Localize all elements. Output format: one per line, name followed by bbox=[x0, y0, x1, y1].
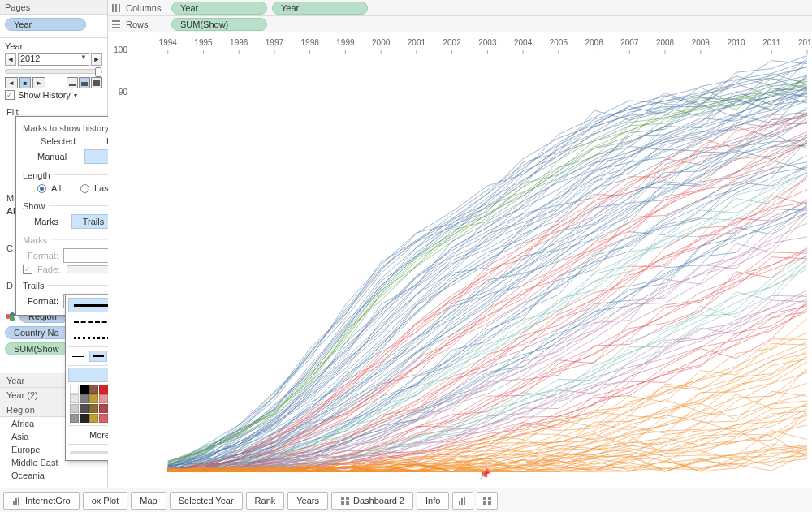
tab-label: Rank bbox=[255, 496, 276, 506]
svg-rect-64 bbox=[483, 501, 486, 505]
pill-year-1[interactable]: Year bbox=[171, 2, 267, 15]
popup-title: Marks to show history for bbox=[23, 123, 122, 133]
color-swatch[interactable] bbox=[99, 404, 108, 413]
fade-label: Fade: bbox=[37, 265, 62, 274]
color-swatch[interactable] bbox=[80, 394, 89, 403]
svg-text:2004: 2004 bbox=[514, 38, 533, 47]
region-item[interactable]: Oceania bbox=[0, 469, 107, 482]
svg-rect-60 bbox=[461, 498, 463, 505]
speed-1[interactable] bbox=[67, 77, 78, 88]
color-swatch[interactable] bbox=[70, 385, 79, 394]
chart-viewport[interactable]: 1994199519961997199819992000200120022003… bbox=[108, 34, 812, 488]
rows-icon bbox=[111, 19, 121, 29]
sumshow-pill[interactable]: SUM(Show bbox=[5, 342, 70, 355]
year-select[interactable]: 2012 ▼ bbox=[18, 53, 89, 66]
svg-rect-61 bbox=[464, 497, 465, 505]
year-slider-thumb[interactable] bbox=[95, 67, 102, 77]
tab-info[interactable]: Info bbox=[417, 492, 449, 510]
tab-label: Years bbox=[296, 496, 319, 506]
svg-point-11 bbox=[10, 316, 15, 321]
color-swatch[interactable] bbox=[70, 394, 79, 403]
color-swatch[interactable] bbox=[89, 394, 98, 403]
tab-rank[interactable]: Rank bbox=[246, 492, 285, 510]
weight-2[interactable] bbox=[89, 351, 107, 362]
length-all-radio[interactable] bbox=[37, 184, 46, 193]
speed-2[interactable] bbox=[79, 77, 90, 88]
svg-text:2012: 2012 bbox=[798, 38, 812, 47]
svg-rect-65 bbox=[488, 501, 491, 505]
svg-text:2006: 2006 bbox=[585, 38, 603, 47]
svg-rect-57 bbox=[341, 501, 344, 505]
svg-rect-54 bbox=[18, 497, 19, 505]
worksheet-icon bbox=[458, 496, 468, 506]
color-swatch[interactable] bbox=[99, 385, 108, 394]
new-dashboard-button[interactable] bbox=[477, 492, 498, 510]
columns-label: Columns bbox=[126, 3, 166, 13]
tab-label: InternetGro bbox=[25, 496, 71, 506]
marks-section-label: Marks bbox=[23, 235, 47, 245]
color-swatch[interactable] bbox=[70, 404, 79, 413]
svg-text:2008: 2008 bbox=[656, 38, 675, 47]
dashboard-icon bbox=[482, 496, 492, 506]
color-swatch[interactable] bbox=[80, 385, 89, 394]
pill-year-2[interactable]: Year bbox=[272, 2, 368, 15]
weight-1[interactable] bbox=[69, 351, 87, 362]
play-pause-button[interactable]: ■ bbox=[19, 77, 31, 88]
pill-sum-show[interactable]: SUM(Show) bbox=[171, 18, 267, 31]
svg-rect-0 bbox=[112, 4, 114, 12]
country-pill[interactable]: Country Na bbox=[5, 326, 70, 339]
show-label: Show bbox=[23, 201, 45, 211]
svg-text:2010: 2010 bbox=[727, 38, 745, 47]
color-swatch[interactable] bbox=[99, 414, 108, 423]
svg-text:2011: 2011 bbox=[762, 38, 781, 47]
svg-rect-56 bbox=[346, 497, 349, 500]
tab-map[interactable]: Map bbox=[131, 492, 166, 510]
play-fwd-button[interactable]: ► bbox=[32, 77, 45, 88]
color-swatch[interactable] bbox=[80, 404, 89, 413]
tab-internetgro[interactable]: InternetGro bbox=[3, 492, 80, 510]
opt-selected[interactable]: Selected bbox=[30, 136, 87, 146]
new-worksheet-button[interactable] bbox=[452, 492, 473, 510]
svg-text:1998: 1998 bbox=[301, 38, 320, 47]
show-history-checkbox[interactable]: ✓ bbox=[5, 90, 15, 100]
color-swatch[interactable] bbox=[80, 414, 89, 423]
opt-manual[interactable]: Manual bbox=[37, 152, 78, 161]
tab-years[interactable]: Years bbox=[287, 492, 328, 510]
show-history-label: Show History bbox=[18, 90, 71, 100]
tab-dashboard2[interactable]: Dashboard 2 bbox=[331, 492, 413, 510]
fade-checkbox: ✓ bbox=[23, 265, 32, 274]
svg-rect-58 bbox=[346, 501, 349, 505]
svg-rect-2 bbox=[119, 4, 120, 12]
marks-format-label: Format: bbox=[23, 251, 58, 260]
length-last-radio[interactable] bbox=[80, 184, 89, 193]
svg-rect-63 bbox=[488, 497, 491, 500]
year-slider[interactable] bbox=[5, 69, 102, 74]
svg-rect-53 bbox=[15, 498, 17, 505]
color-swatch[interactable] bbox=[89, 404, 98, 413]
tab-selected-year[interactable]: Selected Year bbox=[170, 492, 243, 510]
color-swatch[interactable] bbox=[99, 394, 108, 403]
svg-text:2005: 2005 bbox=[550, 38, 568, 47]
tab-oxplot[interactable]: ox Plot bbox=[83, 492, 128, 510]
svg-text:100: 100 bbox=[114, 45, 127, 54]
svg-text:2002: 2002 bbox=[443, 38, 462, 47]
speed-3[interactable] bbox=[91, 77, 102, 88]
color-swatch[interactable] bbox=[89, 414, 98, 423]
rows-shelf[interactable]: Rows SUM(Show) bbox=[108, 16, 812, 32]
color-swatch[interactable] bbox=[70, 414, 79, 423]
pin-icon[interactable]: 📌 bbox=[479, 468, 491, 480]
tab-label: ox Plot bbox=[92, 496, 119, 506]
chart-svg: 1994199519961997199819992000200120022003… bbox=[108, 34, 812, 488]
year-next-button[interactable]: ► bbox=[91, 53, 102, 66]
svg-text:1999: 1999 bbox=[336, 38, 355, 47]
show-marks-seg[interactable]: Marks bbox=[24, 214, 68, 229]
svg-rect-62 bbox=[483, 497, 486, 500]
year-prev-button[interactable]: ◄ bbox=[5, 53, 16, 66]
show-history-toggle[interactable]: ✓ Show History ▾ bbox=[5, 88, 102, 101]
pages-pill-year[interactable]: Year bbox=[5, 18, 86, 31]
svg-rect-59 bbox=[459, 501, 460, 505]
columns-shelf[interactable]: Columns Year Year bbox=[108, 0, 812, 16]
worksheet-icon bbox=[12, 496, 22, 506]
color-swatch[interactable] bbox=[89, 385, 98, 394]
play-back-button[interactable]: ◄ bbox=[5, 77, 18, 88]
